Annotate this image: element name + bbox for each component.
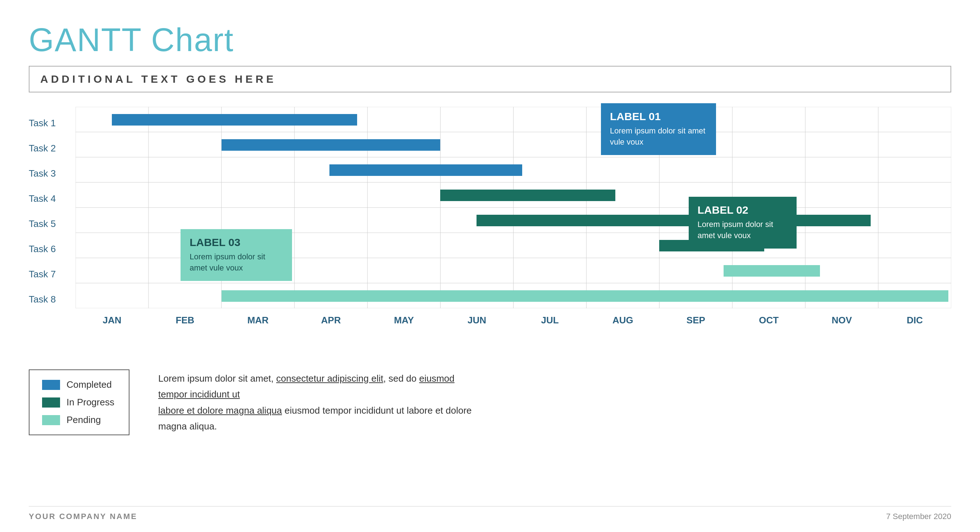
legend-label-pending: Pending bbox=[67, 414, 101, 425]
task-labels: Task 1 Task 2 Task 3 Task 4 Task 5 Task … bbox=[29, 107, 76, 348]
callout03-body: Lorem ipsum dolor sit amet vule voux bbox=[189, 252, 283, 274]
month-jul: JUL bbox=[514, 311, 587, 326]
bar-task4 bbox=[440, 190, 615, 201]
description-text: Lorem ipsum dolor sit amet, consectetur … bbox=[158, 371, 482, 434]
task-label-6: Task 6 bbox=[29, 236, 76, 261]
page: GANTT Chart ADDITIONAL TEXT GOES HERE Ta… bbox=[0, 0, 980, 532]
legend-item-completed: Completed bbox=[42, 379, 116, 390]
legend-box: Completed In Progress Pending bbox=[29, 370, 129, 435]
callout01-title: LABEL 01 bbox=[610, 110, 707, 123]
callout-label03: LABEL 03 Lorem ipsum dolor sit amet vule… bbox=[181, 229, 292, 281]
callout02-body: Lorem ipsum dolor sit amet vule voux bbox=[698, 219, 788, 241]
bar-task1 bbox=[112, 114, 357, 126]
legend-swatch-completed bbox=[42, 380, 60, 390]
month-nov: NOV bbox=[805, 311, 878, 326]
legend-label-completed: Completed bbox=[67, 379, 112, 390]
month-feb: FEB bbox=[148, 311, 221, 326]
task-label-4: Task 4 bbox=[29, 186, 76, 211]
task-label-5: Task 5 bbox=[29, 211, 76, 236]
months-row: JAN FEB MAR APR MAY JUN JUL AUG SEP OCT … bbox=[76, 311, 951, 326]
month-sep: SEP bbox=[659, 311, 732, 326]
month-mar: MAR bbox=[221, 311, 294, 326]
chart-grid: LABEL 01 Lorem ipsum dolor sit amet vule… bbox=[76, 107, 951, 348]
legend-swatch-inprogress bbox=[42, 397, 60, 408]
legend-swatch-pending bbox=[42, 415, 60, 425]
legend-section: Completed In Progress Pending Lorem ipsu… bbox=[29, 370, 951, 435]
task-label-2: Task 2 bbox=[29, 135, 76, 161]
task-label-7: Task 7 bbox=[29, 261, 76, 287]
subtitle-text: ADDITIONAL TEXT GOES HERE bbox=[40, 73, 276, 85]
bar-task3 bbox=[329, 164, 522, 176]
task-label-3: Task 3 bbox=[29, 161, 76, 186]
subtitle-bar: ADDITIONAL TEXT GOES HERE bbox=[29, 66, 951, 92]
task-label-8: Task 8 bbox=[29, 287, 76, 312]
callout03-title: LABEL 03 bbox=[189, 236, 283, 248]
month-aug: AUG bbox=[586, 311, 659, 326]
callout01-body: Lorem ipsum dolor sit amet vule voux bbox=[610, 126, 707, 148]
legend-item-inprogress: In Progress bbox=[42, 397, 116, 408]
month-oct: OCT bbox=[732, 311, 805, 326]
month-dic: DIC bbox=[878, 311, 951, 326]
footer: YOUR COMPANY NAME 7 September 2020 bbox=[29, 506, 951, 521]
legend-item-pending: Pending bbox=[42, 414, 116, 425]
legend-label-inprogress: In Progress bbox=[67, 397, 115, 408]
callout-label01: LABEL 01 Lorem ipsum dolor sit amet vule… bbox=[601, 103, 716, 155]
footer-company: YOUR COMPANY NAME bbox=[29, 512, 137, 521]
month-may: MAY bbox=[368, 311, 441, 326]
callout-label02: LABEL 02 Lorem ipsum dolor sit amet vule… bbox=[689, 197, 797, 248]
bar-task2 bbox=[221, 139, 441, 151]
month-jan: JAN bbox=[76, 311, 148, 326]
bar-task8 bbox=[221, 290, 948, 302]
bar-task5 bbox=[477, 215, 871, 226]
page-title: GANTT Chart bbox=[29, 22, 951, 59]
task-label-1: Task 1 bbox=[29, 110, 76, 135]
month-apr: APR bbox=[294, 311, 368, 326]
bar-task7 bbox=[724, 265, 820, 277]
month-jun: JUN bbox=[441, 311, 514, 326]
footer-date: 7 September 2020 bbox=[886, 512, 951, 521]
callout02-title: LABEL 02 bbox=[698, 204, 788, 216]
